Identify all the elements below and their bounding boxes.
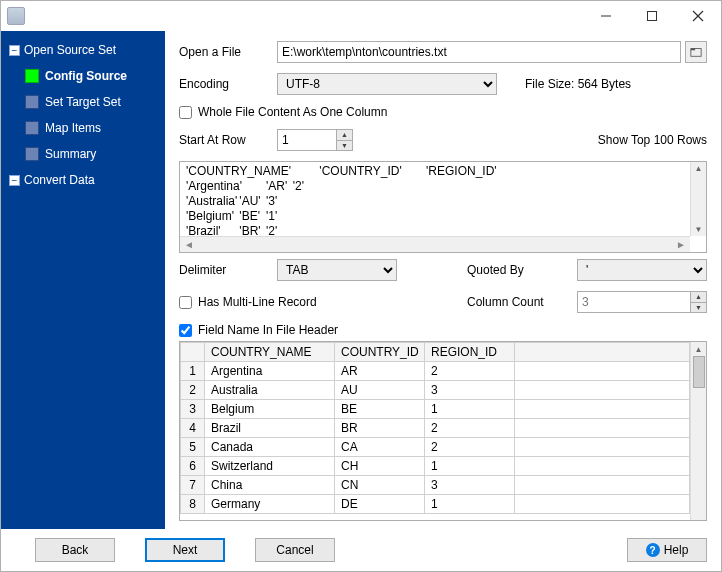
cell[interactable]: 1 — [425, 400, 515, 419]
fieldname-checkbox[interactable]: Field Name In File Header — [179, 323, 338, 337]
open-file-label: Open a File — [179, 45, 277, 59]
cell[interactable]: DE — [335, 495, 425, 514]
table-row[interactable]: 1ArgentinaAR2 — [181, 362, 690, 381]
fieldname-input[interactable] — [179, 324, 192, 337]
cell[interactable]: Switzerland — [205, 457, 335, 476]
data-grid: COUNTRY_NAME COUNTRY_ID REGION_ID 1Argen… — [179, 341, 707, 521]
start-row-label: Start At Row — [179, 133, 277, 147]
sidebar-item-set-target[interactable]: Set Target Set — [3, 89, 165, 115]
cell-empty — [515, 495, 690, 514]
row-header[interactable]: 5 — [181, 438, 205, 457]
row-header[interactable]: 2 — [181, 381, 205, 400]
sidebar-item-summary[interactable]: Summary — [3, 141, 165, 167]
cell[interactable]: BR — [335, 419, 425, 438]
close-button[interactable] — [675, 1, 721, 31]
step-icon — [25, 147, 39, 161]
sidebar-root-convert-data[interactable]: − Convert Data — [3, 167, 165, 193]
cell[interactable]: China — [205, 476, 335, 495]
encoding-select[interactable]: UTF-8 — [277, 73, 497, 95]
help-icon: ? — [646, 543, 660, 557]
cell[interactable]: Argentina — [205, 362, 335, 381]
grid-corner — [181, 343, 205, 362]
cell[interactable]: 1 — [425, 457, 515, 476]
spin-up-icon[interactable]: ▲ — [690, 292, 706, 303]
main-panel: Open a File Encoding UTF-8 File Size: 56… — [165, 31, 721, 529]
multiline-checkbox[interactable]: Has Multi-Line Record — [179, 295, 407, 309]
next-button[interactable]: Next — [145, 538, 225, 562]
row-header[interactable]: 1 — [181, 362, 205, 381]
sidebar-root-open-source[interactable]: − Open Source Set — [3, 37, 165, 63]
cell-empty — [515, 419, 690, 438]
cell[interactable]: 1 — [425, 495, 515, 514]
sidebar-item-label: Map Items — [45, 121, 101, 135]
colcount-label: Column Count — [467, 295, 577, 309]
cancel-button[interactable]: Cancel — [255, 538, 335, 562]
row-header[interactable]: 6 — [181, 457, 205, 476]
cell-empty — [515, 476, 690, 495]
table-row[interactable]: 7ChinaCN3 — [181, 476, 690, 495]
preview-vscrollbar[interactable]: ▲▼ — [690, 162, 706, 236]
row-header[interactable]: 8 — [181, 495, 205, 514]
cell[interactable]: 2 — [425, 419, 515, 438]
quoted-label: Quoted By — [467, 263, 577, 277]
table-row[interactable]: 5CanadaCA2 — [181, 438, 690, 457]
file-path-input[interactable] — [277, 41, 681, 63]
cell[interactable]: CN — [335, 476, 425, 495]
minimize-button[interactable] — [583, 1, 629, 31]
whole-file-input[interactable] — [179, 106, 192, 119]
cell-empty — [515, 438, 690, 457]
multiline-label: Has Multi-Line Record — [198, 295, 317, 309]
sidebar-item-label: Config Source — [45, 69, 127, 83]
column-header[interactable]: COUNTRY_NAME — [205, 343, 335, 362]
sidebar-item-map-items[interactable]: Map Items — [3, 115, 165, 141]
cell[interactable]: AR — [335, 362, 425, 381]
cell[interactable]: Canada — [205, 438, 335, 457]
cell[interactable]: CA — [335, 438, 425, 457]
preview-hscrollbar[interactable]: ◄► — [180, 236, 690, 252]
spin-down-icon[interactable]: ▼ — [690, 303, 706, 313]
delimiter-select[interactable]: TAB — [277, 259, 397, 281]
cell[interactable]: Australia — [205, 381, 335, 400]
whole-file-checkbox[interactable]: Whole File Content As One Column — [179, 105, 387, 119]
column-header[interactable]: REGION_ID — [425, 343, 515, 362]
cell[interactable]: Brazil — [205, 419, 335, 438]
preview-text: 'COUNTRY_NAME' 'COUNTRY_ID' 'REGION_ID' … — [180, 162, 706, 241]
table-row[interactable]: 4BrazilBR2 — [181, 419, 690, 438]
help-button[interactable]: ? Help — [627, 538, 707, 562]
cell[interactable]: Belgium — [205, 400, 335, 419]
row-header[interactable]: 7 — [181, 476, 205, 495]
cell-empty — [515, 381, 690, 400]
spin-up-icon[interactable]: ▲ — [336, 130, 352, 141]
quoted-select[interactable]: ' — [577, 259, 707, 281]
browse-button[interactable] — [685, 41, 707, 63]
cell[interactable]: AU — [335, 381, 425, 400]
step-icon — [25, 95, 39, 109]
show-top-label: Show Top 100 Rows — [598, 133, 707, 147]
collapse-icon[interactable]: − — [9, 175, 20, 186]
maximize-button[interactable] — [629, 1, 675, 31]
grid-vscrollbar[interactable]: ▲ — [690, 342, 706, 520]
table-row[interactable]: 8GermanyDE1 — [181, 495, 690, 514]
cell[interactable]: 2 — [425, 438, 515, 457]
table-row[interactable]: 6SwitzerlandCH1 — [181, 457, 690, 476]
table-row[interactable]: 3BelgiumBE1 — [181, 400, 690, 419]
multiline-input[interactable] — [179, 296, 192, 309]
back-button[interactable]: Back — [35, 538, 115, 562]
sidebar-item-config-source[interactable]: Config Source — [3, 63, 165, 89]
cell[interactable]: 3 — [425, 476, 515, 495]
row-header[interactable]: 3 — [181, 400, 205, 419]
cell[interactable]: 2 — [425, 362, 515, 381]
collapse-icon[interactable]: − — [9, 45, 20, 56]
cell-empty — [515, 457, 690, 476]
sidebar-item-label: Set Target Set — [45, 95, 121, 109]
spin-down-icon[interactable]: ▼ — [336, 141, 352, 151]
table-row[interactable]: 2AustraliaAU3 — [181, 381, 690, 400]
column-header[interactable]: COUNTRY_ID — [335, 343, 425, 362]
row-header[interactable]: 4 — [181, 419, 205, 438]
cell[interactable]: Germany — [205, 495, 335, 514]
sidebar-item-label: Summary — [45, 147, 96, 161]
cell[interactable]: CH — [335, 457, 425, 476]
sidebar-root-label: Convert Data — [24, 173, 95, 187]
cell[interactable]: 3 — [425, 381, 515, 400]
cell[interactable]: BE — [335, 400, 425, 419]
